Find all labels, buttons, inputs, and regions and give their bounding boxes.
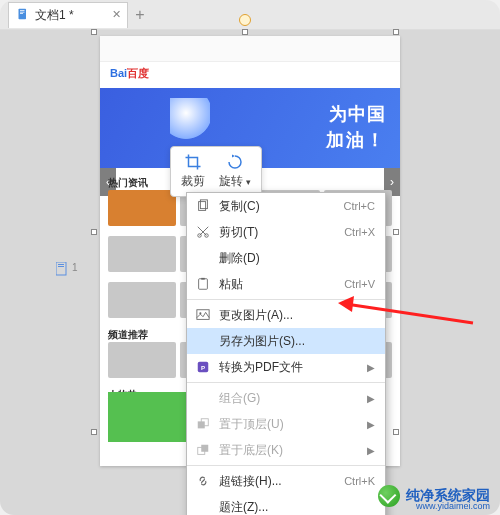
crop-button[interactable]: 裁剪 [181,153,205,190]
svg-rect-5 [58,264,64,265]
blank-icon [195,333,211,349]
menu-label: 剪切(T) [219,224,336,241]
thumb [108,236,176,272]
document-tab[interactable]: 文档1 * ✕ [8,2,128,28]
page-header-bar [100,36,400,62]
rotate-button[interactable]: 旋转 ▾ [219,153,251,190]
menu-copy[interactable]: 复制(C) Ctrl+C [187,193,385,219]
link-icon [195,473,211,489]
menu-separator [187,299,385,300]
menu-label: 转换为PDF文件 [219,359,359,376]
page-number: 1 [72,262,78,273]
thumb [108,282,176,318]
svg-rect-12 [201,278,205,280]
image-mini-toolbar: 裁剪 旋转 ▾ [170,146,262,197]
submenu-arrow-icon: ▶ [367,419,375,430]
tab-bar: 文档1 * ✕ + [0,0,500,30]
submenu-arrow-icon: ▶ [367,393,375,404]
menu-label: 复制(C) [219,198,336,215]
menu-shortcut: Ctrl+X [344,226,375,238]
blank-icon [195,499,211,515]
svg-rect-11 [199,279,208,290]
submenu-arrow-icon: ▶ [367,445,375,456]
back-icon [195,442,211,458]
hero-text-2: 加油！ [326,128,386,152]
menu-shortcut: Ctrl+C [344,200,375,212]
copy-icon [195,198,211,214]
svg-rect-6 [58,266,64,267]
menu-label: 题注(Z)... [219,499,375,516]
menu-convert-pdf[interactable]: P 转换为PDF文件 ▶ [187,354,385,380]
document-icon [17,8,29,23]
menu-delete[interactable]: 删除(D) [187,245,385,271]
context-menu: 复制(C) Ctrl+C 剪切(T) Ctrl+X 删除(D) 粘贴 Ctrl+… [186,192,386,515]
menu-send-back: 置于底层(K) ▶ [187,437,385,463]
menu-change-image[interactable]: 更改图片(A)... [187,302,385,328]
front-icon [195,416,211,432]
crop-label: 裁剪 [181,173,205,190]
menu-label: 粘贴 [219,276,336,293]
menu-caption[interactable]: 题注(Z)... [187,494,385,515]
menu-shortcut: Ctrl+V [344,278,375,290]
menu-label: 更改图片(A)... [219,307,375,324]
hero-text-1: 为中国 [329,102,386,126]
rotate-label: 旋转 ▾ [219,173,251,190]
watermark: 纯净系统家园 www.yidaimei.com [378,485,490,507]
menu-group: 组合(G) ▶ [187,385,385,411]
menu-save-as-image[interactable]: 另存为图片(S)... [187,328,385,354]
paste-icon [195,276,211,292]
submenu-arrow-icon: ▶ [367,362,375,373]
menu-paste[interactable]: 粘贴 Ctrl+V [187,271,385,297]
delete-icon [195,250,211,266]
menu-cut[interactable]: 剪切(T) Ctrl+X [187,219,385,245]
menu-separator [187,382,385,383]
svg-text:P: P [201,364,205,371]
menu-label: 另存为图片(S)... [219,333,375,350]
thumb [108,342,176,378]
svg-rect-3 [20,13,23,14]
menu-shortcut: Ctrl+K [344,475,375,487]
watermark-logo-icon [378,485,400,507]
new-tab-button[interactable]: + [128,6,152,24]
thumb [108,190,176,226]
blank-icon [195,390,211,406]
pdf-icon: P [195,359,211,375]
menu-label: 删除(D) [219,250,375,267]
athlete-graphic [170,98,210,148]
image-icon [195,307,211,323]
menu-separator [187,465,385,466]
menu-label: 置于顶层(U) [219,416,359,433]
svg-rect-4 [56,262,66,275]
menu-label: 组合(G) [219,390,359,407]
menu-label: 超链接(H)... [219,473,336,490]
watermark-url: www.yidaimei.com [416,501,490,511]
tab-title: 文档1 * [35,7,74,24]
site-logo: Bai百度 [110,66,149,81]
section-heading: 频道推荐 [108,328,148,342]
page-thumbnail-icon[interactable] [56,262,68,280]
svg-rect-2 [20,11,25,12]
menu-hyperlink[interactable]: 超链接(H)... Ctrl+K [187,468,385,494]
close-icon[interactable]: ✕ [112,8,121,21]
svg-rect-1 [20,10,25,11]
menu-bring-front: 置于顶层(U) ▶ [187,411,385,437]
section-heading: 热门资讯 [108,176,148,190]
cut-icon [195,224,211,240]
menu-label: 置于底层(K) [219,442,359,459]
